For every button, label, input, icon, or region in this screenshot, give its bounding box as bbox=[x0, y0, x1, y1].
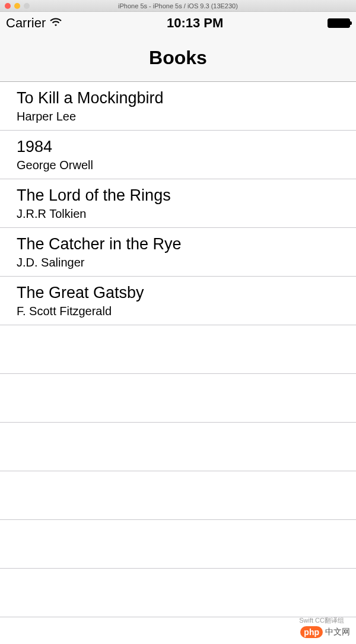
status-left: Carrier bbox=[6, 15, 62, 31]
watermark-badge: php bbox=[300, 626, 323, 638]
empty-row bbox=[0, 374, 356, 423]
empty-row bbox=[0, 325, 356, 374]
close-icon[interactable] bbox=[5, 3, 11, 9]
page-title: Books bbox=[149, 47, 207, 69]
book-author: J.R.R Tolkien bbox=[17, 207, 339, 221]
table-row[interactable]: 1984George Orwell bbox=[0, 131, 356, 179]
traffic-lights bbox=[5, 3, 30, 9]
table-row[interactable]: To Kill a MockingbirdHarper Lee bbox=[0, 82, 356, 131]
book-author: George Orwell bbox=[17, 158, 339, 172]
book-title: The Lord of the Rings bbox=[17, 186, 339, 205]
book-author: Harper Lee bbox=[17, 109, 339, 123]
table-row[interactable]: The Catcher in the RyeJ.D. Salinger bbox=[0, 228, 356, 277]
device-frame: Carrier 10:13 PM Books To Kill a Mocking… bbox=[0, 12, 356, 644]
status-bar: Carrier 10:13 PM bbox=[0, 12, 356, 34]
book-author: J.D. Salinger bbox=[17, 255, 339, 269]
status-time: 10:13 PM bbox=[167, 15, 223, 31]
zoom-icon[interactable] bbox=[24, 3, 30, 9]
empty-row bbox=[0, 520, 356, 569]
table-row[interactable]: The Great GatsbyF. Scott Fitzgerald bbox=[0, 277, 356, 325]
navigation-bar: Books bbox=[0, 34, 356, 82]
books-table[interactable]: To Kill a MockingbirdHarper Lee1984Georg… bbox=[0, 82, 356, 617]
empty-row bbox=[0, 471, 356, 520]
book-title: 1984 bbox=[17, 137, 339, 156]
empty-row bbox=[0, 569, 356, 617]
book-author: F. Scott Fitzgerald bbox=[17, 304, 339, 318]
simulator-window-chrome: iPhone 5s - iPhone 5s / iOS 9.3 (13E230) bbox=[0, 0, 356, 12]
minimize-icon[interactable] bbox=[14, 3, 20, 9]
empty-row bbox=[0, 423, 356, 471]
wifi-icon bbox=[49, 15, 62, 31]
watermark-sub: Swift CC翻译组 bbox=[299, 616, 344, 625]
watermark: php 中文网 bbox=[300, 626, 350, 638]
book-title: The Catcher in the Rye bbox=[17, 234, 339, 253]
status-right bbox=[328, 18, 350, 28]
window-title: iPhone 5s - iPhone 5s / iOS 9.3 (13E230) bbox=[0, 2, 356, 9]
book-title: To Kill a Mockingbird bbox=[17, 88, 339, 107]
table-row[interactable]: The Lord of the RingsJ.R.R Tolkien bbox=[0, 179, 356, 228]
watermark-text: 中文网 bbox=[325, 627, 350, 637]
book-title: The Great Gatsby bbox=[17, 283, 339, 302]
battery-icon bbox=[328, 18, 350, 28]
carrier-label: Carrier bbox=[6, 15, 46, 31]
